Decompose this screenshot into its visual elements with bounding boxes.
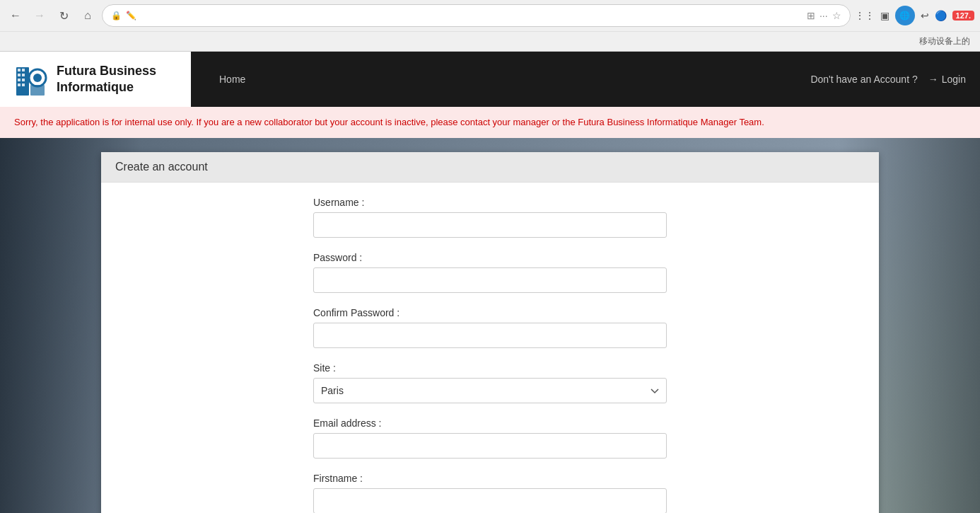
- home-button[interactable]: ⌂: [78, 6, 98, 25]
- email-label: Email address :: [313, 417, 667, 429]
- email-group: Email address :: [313, 417, 667, 459]
- form-title: Create an account: [115, 161, 208, 173]
- alert-banner: Sorry, the application is for internal u…: [0, 107, 980, 138]
- svg-point-10: [33, 74, 42, 82]
- svg-rect-12: [30, 85, 45, 96]
- page-background: Create an account Username : Password : …: [0, 138, 980, 514]
- alert-message: Sorry, the application is for internal u…: [14, 117, 764, 127]
- dont-have-account-text: Don't have an Account ?: [810, 74, 917, 85]
- confirm-password-input[interactable]: [313, 323, 667, 348]
- password-group: Password :: [313, 252, 667, 293]
- firstname-input[interactable]: [313, 488, 667, 514]
- password-label: Password :: [313, 252, 667, 263]
- logo-icon: [11, 60, 49, 99]
- logo-container: Futura Business Informatique: [0, 52, 191, 107]
- svg-rect-6: [22, 79, 25, 81]
- reload-button[interactable]: ↻: [54, 6, 74, 25]
- address-bar: 🔒 ✏️ 192.168.34.157/signup.php ⊞ ··· ☆: [102, 4, 851, 27]
- extensions-icon[interactable]: ⋮⋮: [855, 10, 875, 21]
- nav-right: Don't have an Account ? → Login: [810, 74, 980, 85]
- more-icon[interactable]: ···: [819, 10, 828, 21]
- form-card-header: Create an account: [101, 152, 879, 183]
- confirm-password-group: Confirm Password :: [313, 307, 667, 348]
- nav-links: Home: [191, 70, 810, 88]
- site-select[interactable]: Paris Lyon Marseille Bordeaux: [313, 378, 667, 403]
- email-input[interactable]: [313, 433, 667, 459]
- url-input[interactable]: 192.168.34.157/signup.php: [141, 11, 803, 21]
- navbar: Futura Business Informatique Home Don't …: [0, 52, 980, 107]
- logo-text: Futura Business Informatique: [57, 63, 156, 96]
- login-icon: →: [928, 74, 938, 85]
- browser-chrome: ← → ↻ ⌂ 🔒 ✏️ 192.168.34.157/signup.php ⊞…: [0, 0, 980, 52]
- firstname-label: Firstname :: [313, 473, 667, 484]
- toolbar-right: ⋮⋮ ▣ 🌐 ↩ 🔵 127.: [855, 6, 974, 25]
- form-body: Username : Password : Confirm Password :…: [101, 183, 879, 514]
- profile-button[interactable]: 🌐: [895, 6, 915, 25]
- qr-icon[interactable]: ⊞: [807, 10, 815, 21]
- svg-rect-4: [22, 74, 25, 76]
- bookmark-icon[interactable]: ☆: [832, 10, 841, 21]
- svg-rect-2: [22, 69, 25, 71]
- sync-icon[interactable]: 🔵: [935, 10, 947, 21]
- svg-rect-7: [18, 83, 21, 86]
- form-card: Create an account Username : Password : …: [101, 152, 879, 514]
- forward-button[interactable]: →: [30, 6, 49, 25]
- username-label: Username :: [313, 197, 667, 208]
- edit-icon: ✏️: [126, 11, 136, 21]
- firstname-group: Firstname :: [313, 473, 667, 514]
- svg-rect-8: [22, 83, 25, 86]
- confirm-password-label: Confirm Password :: [313, 307, 667, 318]
- back-button[interactable]: ←: [6, 6, 25, 25]
- history-back-icon[interactable]: ↩: [921, 10, 929, 21]
- svg-rect-3: [18, 74, 21, 76]
- login-button[interactable]: → Login: [928, 74, 966, 85]
- username-input[interactable]: [313, 212, 667, 238]
- site-group: Site : Paris Lyon Marseille Bordeaux: [313, 362, 667, 403]
- username-group: Username :: [313, 197, 667, 238]
- browser-toolbar: ← → ↻ ⌂ 🔒 ✏️ 192.168.34.157/signup.php ⊞…: [0, 0, 980, 31]
- bookmarks-bar: 移动设备上的: [0, 31, 980, 51]
- address-bar-actions: ⊞ ··· ☆: [807, 10, 841, 21]
- notification-badge: 127.: [952, 11, 974, 21]
- svg-rect-1: [18, 69, 21, 71]
- site-label: Site :: [313, 362, 667, 374]
- page-wrapper: Futura Business Informatique Home Don't …: [0, 52, 980, 513]
- svg-rect-5: [18, 79, 21, 81]
- bookmark-item-mobile[interactable]: 移动设备上的: [915, 34, 974, 49]
- lock-icon: 🔒: [111, 11, 122, 21]
- password-input[interactable]: [313, 267, 667, 293]
- nav-home-link[interactable]: Home: [212, 70, 252, 88]
- sidebar-icon[interactable]: ▣: [880, 10, 889, 21]
